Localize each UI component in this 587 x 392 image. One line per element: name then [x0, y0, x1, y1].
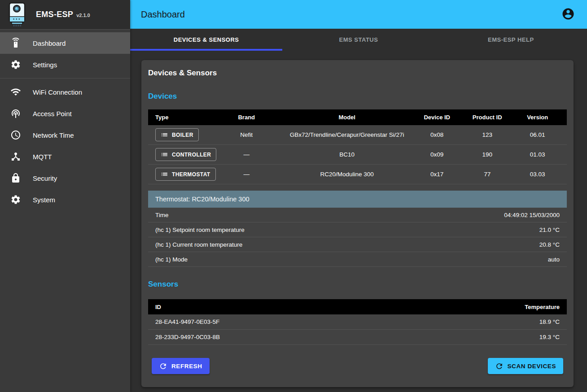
panel-title: Devices & Sensors — [148, 68, 567, 78]
value-text: auto — [548, 256, 560, 263]
device-row-boiler: BOILER Nefit GBx72/Trendline/Cerapur/Gre… — [148, 125, 567, 145]
devices-table-header: Type Brand Model Device ID Product ID Ve… — [148, 109, 567, 125]
sidebar: EMS-ESP v2.1.0 Dashboard Settings WiFi C… — [0, 0, 130, 392]
sidebar-item-label: MQTT — [33, 153, 52, 161]
refresh-icon — [159, 362, 167, 370]
sidebar-item-label: Dashboard — [33, 39, 66, 47]
sidebar-item-security[interactable]: Security — [0, 167, 130, 189]
scan-devices-button[interactable]: SCAN DEVICES — [488, 358, 563, 374]
device-model: RC20/Moduline 300 — [282, 171, 412, 178]
tab-ems-esp-help[interactable]: EMS-ESP HELP — [435, 29, 587, 51]
page-title: Dashboard — [141, 9, 561, 20]
sensors-table: ID Temperature 28-EA41-9497-0E03-5F 18.9… — [148, 299, 567, 345]
value-label: (hc 1) Current room temperature — [155, 241, 242, 248]
boiler-logo-icon — [7, 4, 27, 26]
column-header-type: Type — [148, 114, 211, 121]
appbar: Dashboard — [130, 0, 587, 29]
device-id: 0x08 — [412, 131, 462, 138]
refresh-icon — [495, 362, 504, 370]
tab-ems-status[interactable]: EMS STATUS — [282, 29, 434, 51]
sidebar-item-system[interactable]: System — [0, 189, 130, 210]
list-icon — [161, 151, 168, 158]
sidebar-item-access-point[interactable]: Access Point — [0, 103, 130, 124]
thermostat-row-setpoint: (hc 1) Setpoint room temperature 21.0 °C — [148, 222, 567, 237]
thermostat-row-mode: (hc 1) Mode auto — [148, 252, 567, 267]
lock-icon — [10, 173, 21, 183]
sensor-row: 28-233D-9497-0C03-8B 19.3 °C — [148, 330, 567, 345]
thermostat-section-header: Thermostat: RC20/Moduline 300 — [148, 191, 567, 208]
thermostat-row-time: Time 04:49:02 15/03/2000 — [148, 208, 567, 222]
sensors-table-header: ID Temperature — [148, 299, 567, 314]
thermostat-device-button[interactable]: THERMOSTAT — [155, 168, 216, 181]
devices-heading: Devices — [148, 91, 567, 101]
content: Devices & Sensors Devices Type Brand Mod… — [130, 51, 587, 392]
sensor-temperature: 19.3 °C — [539, 334, 560, 340]
thermostat-values-table: Time 04:49:02 15/03/2000 (hc 1) Setpoint… — [148, 208, 567, 267]
sensor-row: 28-EA41-9497-0E03-5F 18.9 °C — [148, 314, 567, 330]
device-version: 01.03 — [513, 151, 563, 158]
value-text: 20.8 °C — [539, 241, 560, 248]
device-row-controller: CONTROLLER — BC10 0x09 190 01.03 — [148, 145, 567, 165]
sidebar-item-network-time[interactable]: Network Time — [0, 124, 130, 146]
access-point-icon — [10, 108, 21, 119]
thermostat-row-current-temp: (hc 1) Current room temperature 20.8 °C — [148, 237, 567, 252]
sidebar-item-mqtt[interactable]: MQTT — [0, 146, 130, 167]
clock-icon — [10, 130, 21, 140]
value-text: 21.0 °C — [539, 226, 560, 233]
sensor-temperature: 18.9 °C — [539, 318, 560, 325]
sensor-id: 28-233D-9497-0C03-8B — [155, 334, 220, 340]
column-header-temperature: Temperature — [525, 304, 560, 310]
sidebar-item-label: Network Time — [33, 131, 74, 139]
account-circle-icon[interactable] — [561, 7, 575, 22]
sidebar-item-label: WiFi Connection — [33, 88, 82, 96]
device-id: 0x17 — [412, 171, 462, 178]
device-version: 06.01 — [513, 131, 563, 138]
tab-devices-sensors[interactable]: DEVICES & SENSORS — [130, 29, 282, 51]
controller-device-button[interactable]: CONTROLLER — [155, 148, 216, 161]
hub-icon — [10, 151, 21, 162]
sidebar-item-label: Access Point — [33, 110, 72, 118]
column-header-device-id: Device ID — [412, 114, 462, 121]
gear-icon — [10, 59, 21, 70]
device-product-id: 190 — [462, 151, 513, 158]
column-header-id: ID — [155, 304, 161, 310]
refresh-button[interactable]: REFRESH — [152, 358, 210, 374]
device-product-id: 123 — [462, 131, 513, 138]
device-id: 0x09 — [412, 151, 462, 158]
sidebar-header: EMS-ESP v2.1.0 — [0, 0, 130, 30]
device-brand: Nefit — [211, 131, 282, 138]
sidebar-divider — [0, 78, 130, 78]
sensor-id: 28-EA41-9497-0E03-5F — [155, 318, 219, 325]
tab-indicator — [130, 49, 282, 51]
actions-row: REFRESH SCAN DEVICES — [148, 358, 567, 374]
devices-sensors-card: Devices & Sensors Devices Type Brand Mod… — [141, 60, 574, 387]
value-label: (hc 1) Mode — [155, 256, 188, 263]
gear-icon — [10, 194, 21, 205]
sidebar-item-settings[interactable]: Settings — [0, 54, 130, 75]
sidebar-item-label: Settings — [33, 61, 57, 69]
app-name: EMS-ESP — [36, 10, 73, 19]
sensors-heading: Sensors — [148, 279, 567, 289]
value-label: (hc 1) Setpoint room temperature — [155, 226, 245, 233]
value-label: Time — [155, 212, 169, 218]
sidebar-item-wifi-connection[interactable]: WiFi Connection — [0, 81, 130, 103]
sidebar-item-label: System — [33, 196, 55, 204]
column-header-brand: Brand — [211, 114, 282, 121]
main-area: Dashboard DEVICES & SENSORS EMS STATUS E… — [130, 0, 587, 392]
device-model: BC10 — [282, 151, 412, 158]
sidebar-item-dashboard[interactable]: Dashboard — [0, 32, 130, 54]
devices-table: Type Brand Model Device ID Product ID Ve… — [148, 109, 567, 184]
device-brand: — — [211, 171, 282, 178]
list-icon — [161, 131, 168, 139]
value-text: 04:49:02 15/03/2000 — [504, 212, 560, 218]
column-header-product-id: Product ID — [462, 114, 513, 121]
device-brand: — — [211, 151, 282, 158]
device-model: GBx72/Trendline/Cerapur/Greenstar Si/27i — [282, 131, 412, 138]
app-title: EMS-ESP v2.1.0 — [36, 10, 90, 19]
list-icon — [161, 170, 168, 178]
remote-dashboard-icon — [10, 38, 21, 48]
device-version: 03.03 — [513, 171, 563, 178]
sidebar-nav: Dashboard Settings WiFi Connection Acces… — [0, 30, 130, 210]
boiler-device-button[interactable]: BOILER — [155, 128, 199, 141]
tabbar: DEVICES & SENSORS EMS STATUS EMS-ESP HEL… — [130, 29, 587, 51]
